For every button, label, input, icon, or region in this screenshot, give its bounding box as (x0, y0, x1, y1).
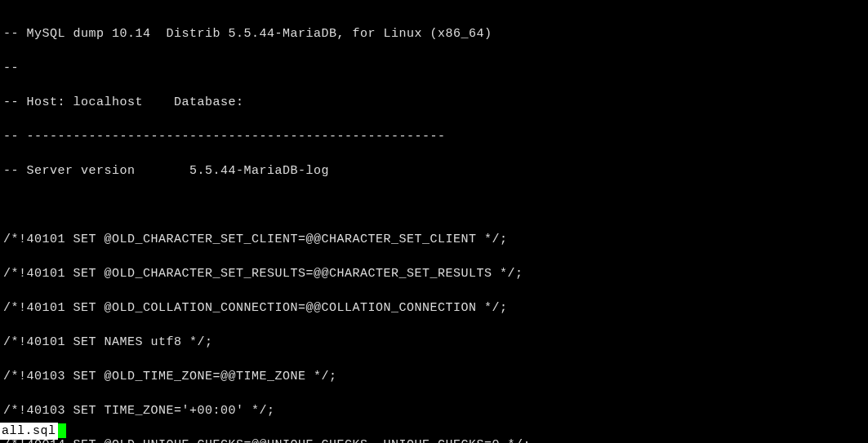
comment-dash: -- (3, 60, 865, 77)
terminal-output: -- MySQL dump 10.14 Distrib 5.5.44-Maria… (3, 8, 865, 443)
set-collation-connection: /*!40101 SET @OLD_COLLATION_CONNECTION=@… (3, 299, 865, 317)
empty-line (3, 197, 865, 214)
status-bar-row: all.sql (0, 423, 66, 440)
server-version-line: -- Server version 5.5.44-MariaDB-log (3, 162, 865, 179)
set-unique-checks: /*!40014 SET @OLD_UNIQUE_CHECKS=@@UNIQUE… (3, 436, 865, 443)
filename-status: all.sql (0, 423, 58, 440)
host-line: -- Host: localhost Database: (3, 94, 865, 111)
set-charset-results: /*!40101 SET @OLD_CHARACTER_SET_RESULTS=… (3, 265, 865, 282)
set-old-timezone: /*!40103 SET @OLD_TIME_ZONE=@@TIME_ZONE … (3, 368, 865, 385)
cursor-icon (58, 423, 66, 438)
set-names-utf8: /*!40101 SET NAMES utf8 */; (3, 334, 865, 351)
separator-line: -- -------------------------------------… (3, 128, 865, 145)
set-charset-client: /*!40101 SET @OLD_CHARACTER_SET_CLIENT=@… (3, 231, 865, 248)
set-timezone: /*!40103 SET TIME_ZONE='+00:00' */; (3, 402, 865, 419)
dump-header-line: -- MySQL dump 10.14 Distrib 5.5.44-Maria… (3, 25, 865, 42)
